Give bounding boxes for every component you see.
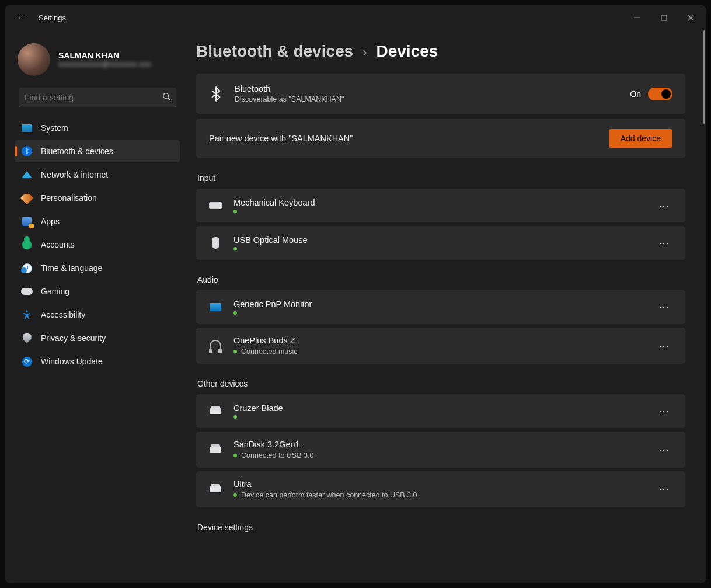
nav-item-network[interactable]: Network & internet [15,163,180,186]
clock-icon [21,262,33,274]
profile-email: xxxxxxxxxxx@xxxxxxx.xxx [58,60,151,68]
device-name: Ultra [233,479,417,489]
device-name: Generic PnP Monitor [233,300,312,309]
scrollbar[interactable] [703,30,705,124]
device-status: Connected to USB 3.0 [241,451,313,460]
device-status: Connected music [241,347,298,356]
status-dot-icon [233,415,237,419]
search-icon [162,92,170,102]
nav-label: Windows Update [41,357,103,366]
device-name: USB Optical Mouse [233,235,308,245]
nav-label: Network & internet [41,170,108,179]
device-name: OnePlus Buds Z [233,336,298,345]
titlebar: ← Settings [5,5,706,30]
drive-icon [208,408,223,414]
section-title-device-settings: Device settings [197,523,685,532]
more-button[interactable]: ⋯ [655,298,674,316]
more-button[interactable]: ⋯ [655,402,674,420]
device-name: Cruzer Blade [233,403,283,413]
pair-device-row: Pair new device with "SALMANKHAN" Add de… [196,119,685,158]
breadcrumb-parent[interactable]: Bluetooth & devices [196,42,353,61]
toggle-state-label: On [630,89,641,99]
more-button[interactable]: ⋯ [655,197,674,214]
bluetooth-card: Bluetooth Discoverable as "SALMANKHAN" O… [196,74,685,114]
svg-point-6 [26,310,27,312]
nav-item-personalisation[interactable]: Personalisation [15,187,180,209]
close-button[interactable] [677,8,704,27]
drive-icon [208,447,223,453]
more-button[interactable]: ⋯ [655,234,674,252]
more-button[interactable]: ⋯ [655,441,674,458]
back-button[interactable]: ← [13,9,29,26]
search-input[interactable] [25,93,162,102]
profile-block[interactable]: SALMAN KHAN xxxxxxxxxxx@xxxxxxx.xxx [15,40,180,86]
nav-list: System ᛒ Bluetooth & devices Network & i… [15,117,180,373]
headphones-icon [208,340,223,352]
device-row-keyboard[interactable]: Mechanical Keyboard ⋯ [196,189,685,222]
pair-text: Pair new device with "SALMANKHAN" [209,134,353,143]
device-row-drive-3[interactable]: Ultra Device can perform faster when con… [196,471,685,507]
device-name: Mechanical Keyboard [233,198,315,207]
settings-window: ← Settings SALMAN KHAN xxxxxxxxxxx@xxxxx… [5,5,706,583]
nav-item-update[interactable]: ⟳ Windows Update [15,350,180,373]
nav-item-accounts[interactable]: Accounts [15,234,180,256]
nav-label: Personalisation [41,193,97,203]
section-title-audio: Audio [197,275,685,284]
nav-item-privacy[interactable]: Privacy & security [15,327,180,349]
keyboard-icon [208,202,223,209]
add-device-button[interactable]: Add device [609,129,672,148]
brush-icon [21,192,33,204]
device-row-headphones[interactable]: OnePlus Buds Z Connected music ⋯ [196,328,685,364]
update-icon: ⟳ [21,356,33,367]
mouse-icon [208,237,223,249]
sidebar: SALMAN KHAN xxxxxxxxxxx@xxxxxxx.xxx Syst… [5,30,186,583]
device-row-mouse[interactable]: USB Optical Mouse ⋯ [196,226,685,260]
minimize-button[interactable] [623,8,650,27]
breadcrumb: Bluetooth & devices › Devices [196,42,685,61]
close-icon [688,15,694,21]
nav-item-bluetooth[interactable]: ᛒ Bluetooth & devices [15,140,180,162]
status-dot-icon [233,454,237,457]
nav-label: Privacy & security [41,333,106,343]
nav-item-system[interactable]: System [15,117,180,139]
apps-icon [21,215,33,227]
nav-item-gaming[interactable]: Gaming [15,280,180,302]
content-body: SALMAN KHAN xxxxxxxxxxx@xxxxxxx.xxx Syst… [5,30,706,583]
nav-item-accessibility[interactable]: Accessibility [15,304,180,326]
nav-label: Time & language [41,263,102,273]
shield-icon [21,332,33,344]
maximize-button[interactable] [650,8,677,27]
device-row-monitor[interactable]: Generic PnP Monitor ⋯ [196,290,685,324]
device-name: SanDisk 3.2Gen1 [233,440,313,449]
more-button[interactable]: ⋯ [655,481,674,498]
chevron-right-icon: › [363,45,367,60]
window-controls [623,8,704,27]
nav-label: Gaming [41,287,69,296]
main-panel: Bluetooth & devices › Devices Bluetooth … [186,30,706,583]
bluetooth-icon: ᛒ [21,145,33,157]
more-button[interactable]: ⋯ [655,337,674,354]
device-row-drive-1[interactable]: Cruzer Blade ⋯ [196,394,685,428]
gamepad-icon [21,286,33,297]
breadcrumb-current: Devices [377,42,438,61]
minimize-icon [633,14,640,21]
device-row-drive-2[interactable]: SanDisk 3.2Gen1 Connected to USB 3.0 ⋯ [196,432,685,468]
section-title-other: Other devices [197,379,685,388]
svg-rect-1 [661,15,667,20]
search-box[interactable] [19,88,176,107]
bluetooth-glyph-icon [209,86,223,102]
nav-item-time[interactable]: Time & language [15,257,180,279]
profile-name: SALMAN KHAN [58,51,151,60]
bluetooth-title: Bluetooth [235,84,344,93]
maximize-icon [661,15,667,21]
status-dot-icon [233,210,237,213]
status-dot-icon [233,311,237,315]
drive-icon [208,486,223,492]
nav-item-apps[interactable]: Apps [15,210,180,232]
nav-label: Bluetooth & devices [41,147,113,156]
bluetooth-subtitle: Discoverable as "SALMANKHAN" [235,95,344,103]
status-dot-icon [233,247,237,250]
nav-label: Apps [41,217,60,226]
bluetooth-toggle[interactable] [648,88,672,100]
nav-label: System [41,123,68,133]
